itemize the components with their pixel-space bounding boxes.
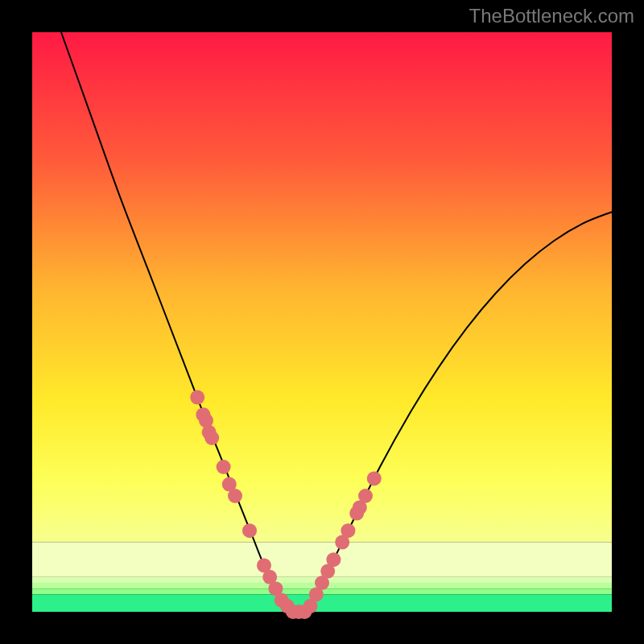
data-marker xyxy=(228,489,242,503)
data-marker xyxy=(326,552,341,567)
data-marker xyxy=(217,460,231,474)
data-marker xyxy=(242,523,257,538)
data-marker xyxy=(204,431,219,445)
chart-container: TheBottleneck.com xyxy=(0,0,644,644)
data-marker xyxy=(358,489,373,503)
data-marker xyxy=(367,471,382,485)
svg-rect-1 xyxy=(32,32,612,543)
bottleneck-chart xyxy=(0,0,644,644)
watermark-text: TheBottleneck.com xyxy=(469,5,634,27)
data-marker xyxy=(190,390,204,405)
data-marker xyxy=(341,523,355,538)
